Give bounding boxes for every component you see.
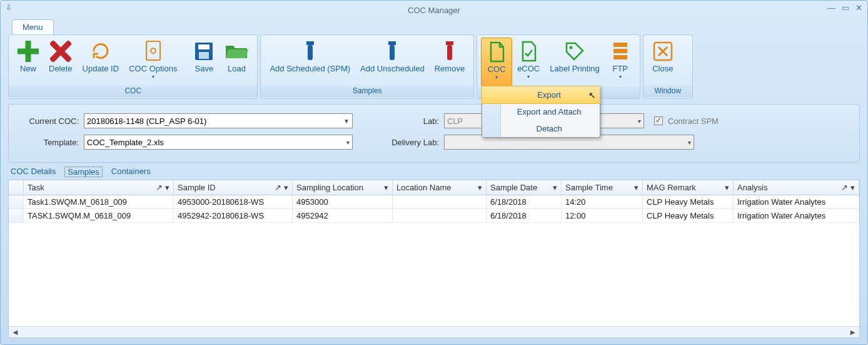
cell-analysis: Irrigation Water Analytes — [734, 195, 859, 209]
subtab-coc-details[interactable]: COC Details — [11, 167, 56, 177]
subtab-samples[interactable]: Samples — [64, 167, 103, 177]
ecoc-button[interactable]: eCOC▾ — [512, 38, 545, 86]
new-button[interactable]: New — [13, 38, 44, 85]
menu-item-detach[interactable]: Detach — [482, 120, 600, 137]
ftp-button[interactable]: FTP▾ — [605, 38, 636, 86]
document-check-icon — [520, 39, 537, 64]
remove-button[interactable]: Remove — [430, 38, 470, 85]
grid-body: Task1.SWQM.M_0618_0094953000-20180618-WS… — [9, 195, 859, 326]
load-button[interactable]: Load — [220, 38, 253, 85]
row-handle[interactable] — [9, 195, 24, 209]
cell-analysis: Irrigation Water Analytes — [734, 209, 859, 223]
ribbon-group-export: COC▾ Export ↖ Export and Attach Detach — [477, 34, 640, 99]
lab-label: Lab: — [383, 116, 439, 126]
ribbon-group-samples: Add Scheduled (SPM) Add Unscheduled Remo… — [260, 34, 474, 99]
cell-location_name — [393, 195, 487, 209]
cell-sample_id: 4952942-20180618-WS — [174, 209, 293, 223]
svg-rect-10 — [447, 45, 452, 60]
filter-icon: ▾ — [165, 183, 169, 192]
cursor-icon: ↖ — [588, 90, 596, 100]
close-box-icon — [652, 39, 674, 64]
cell-sample_id: 4953000-20180618-WS — [174, 195, 293, 209]
subtab-containers[interactable]: Containers — [111, 167, 151, 177]
vial-blue-icon — [305, 39, 316, 64]
tab-menu[interactable]: Menu — [12, 19, 54, 34]
filter-icon: ▾ — [478, 183, 482, 192]
col-sample-id[interactable]: Sample ID↗▾ — [174, 180, 293, 195]
document-gear-icon — [144, 39, 163, 64]
col-task[interactable]: Task↗▾ — [24, 180, 174, 195]
col-sampling-location[interactable]: Sampling Location▾ — [293, 180, 393, 195]
subtab-strip: COC Details Samples Containers — [8, 165, 860, 178]
x-icon — [50, 39, 71, 64]
chevron-down-icon: ▾ — [688, 139, 691, 146]
filter-icon: ▾ — [553, 183, 557, 192]
contract-spm-checkbox[interactable] — [654, 116, 663, 125]
title-bar: ⇩ COC Manager — ▭ ✕ — [1, 1, 867, 19]
save-button[interactable]: Save — [188, 38, 220, 85]
sort-icon: ↗ — [841, 183, 848, 192]
add-scheduled-button[interactable]: Add Scheduled (SPM) — [265, 38, 355, 85]
svg-rect-7 — [388, 41, 396, 45]
label-printing-button[interactable]: Label Printing — [545, 38, 605, 86]
svg-rect-5 — [306, 41, 314, 45]
horizontal-scrollbar[interactable]: ◄► — [9, 326, 859, 337]
template-combo[interactable]: COC_Template_2.xls▾ — [84, 135, 353, 150]
plus-icon — [18, 39, 39, 64]
tag-icon — [564, 39, 585, 64]
svg-point-1 — [151, 48, 156, 53]
maximize-icon[interactable]: ▭ — [842, 3, 849, 13]
update-id-button[interactable]: Update ID — [78, 38, 124, 85]
svg-rect-12 — [613, 43, 627, 47]
chevron-down-icon: ▾ — [488, 75, 506, 81]
grid-header: Task↗▾ Sample ID↗▾ Sampling Location▾ Lo… — [9, 180, 859, 195]
col-analysis[interactable]: Analysis↗▾ — [734, 180, 859, 195]
row-handle[interactable] — [9, 209, 24, 223]
row-selector-header[interactable] — [9, 180, 24, 195]
chevron-down-icon: ▼ — [343, 118, 350, 125]
table-row[interactable]: Task1.SWQM.M_0618_0094953000-20180618-WS… — [9, 195, 859, 209]
col-location-name[interactable]: Location Name▾ — [393, 180, 487, 195]
ribbon-tabstrip: Menu — [1, 19, 867, 34]
current-coc-label: Current COC: — [16, 116, 79, 126]
filter-icon: ▾ — [384, 183, 388, 192]
app-window: ⇩ COC Manager — ▭ ✕ Menu New — [0, 0, 868, 345]
form-panel: Current COC: 20180618-1148 (CLP_ASP 6-01… — [8, 104, 860, 163]
document-icon — [488, 39, 505, 64]
coc-dropdown-menu: Export ↖ Export and Attach Detach — [482, 86, 600, 138]
col-mag-remark[interactable]: MAG Remark▾ — [643, 180, 734, 195]
menu-item-export-attach[interactable]: Export and Attach — [482, 103, 600, 120]
server-icon — [611, 39, 630, 64]
close-window-icon[interactable]: ✕ — [855, 3, 862, 13]
qat-dropdown-icon[interactable]: ⇩ — [6, 3, 12, 12]
col-sample-time[interactable]: Sample Time▾ — [562, 180, 643, 195]
minimize-icon[interactable]: — — [827, 3, 835, 13]
refresh-icon — [90, 39, 111, 64]
svg-rect-4 — [199, 52, 209, 59]
add-unscheduled-button[interactable]: Add Unscheduled — [355, 38, 430, 85]
delete-button[interactable]: Delete — [44, 38, 78, 85]
col-sample-date[interactable]: Sample Date▾ — [487, 180, 562, 195]
app-title: COC Manager — [408, 6, 460, 15]
cell-task: Task1.SWQM.M_0618_009 — [24, 195, 174, 209]
cell-sample_time: 12:00 — [562, 209, 643, 223]
cell-mag_remark: CLP Heavy Metals — [643, 209, 734, 223]
chevron-down-icon: ▾ — [129, 74, 177, 80]
samples-grid: Task↗▾ Sample ID↗▾ Sampling Location▾ Lo… — [8, 180, 860, 338]
group-label-window: Window — [643, 85, 692, 97]
current-coc-combo[interactable]: 20180618-1148 (CLP_ASP 6-01)▼ — [84, 113, 353, 128]
table-row[interactable]: TASK1.SWQM.M_0618_0094952942-20180618-WS… — [9, 209, 859, 223]
coc-options-button[interactable]: COC Options▾ — [124, 38, 182, 85]
cell-sample_date: 6/18/2018 — [487, 209, 562, 223]
cell-sampling_location: 4953000 — [293, 195, 393, 209]
filter-icon: ▾ — [284, 183, 288, 192]
ribbon-group-window: Close Window — [643, 34, 693, 99]
coc-export-button[interactable]: COC▾ Export ↖ Export and Attach Detach — [481, 38, 512, 86]
cell-sampling_location: 4952942 — [293, 209, 393, 223]
chevron-down-icon: ▾ — [638, 118, 641, 125]
sort-icon: ↗ — [275, 183, 281, 192]
close-button[interactable]: Close — [647, 38, 679, 85]
menu-item-export[interactable]: Export ↖ — [482, 86, 600, 104]
svg-rect-8 — [390, 45, 395, 60]
cell-sample_time: 14:20 — [562, 195, 643, 209]
